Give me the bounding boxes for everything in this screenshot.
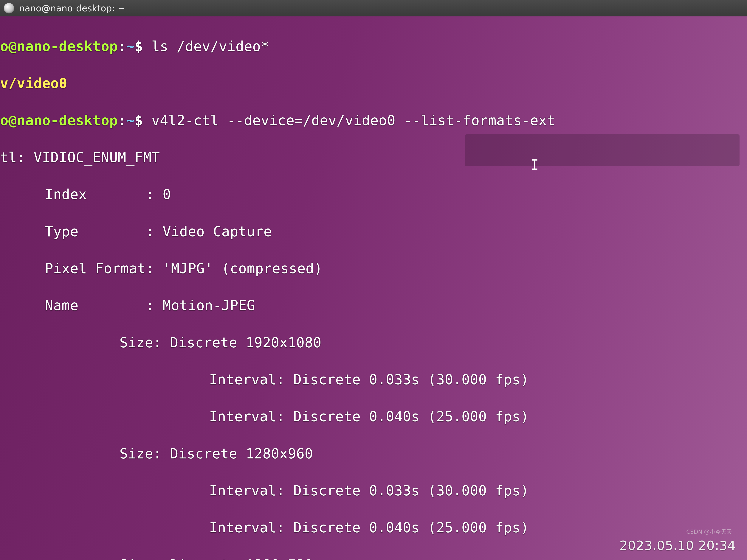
prompt-line-2: o@nano-desktop:~$ v4l2-ctl --device=/dev…: [0, 111, 747, 130]
prompt-dollar: $: [135, 38, 143, 54]
prompt-user-host: o@nano-desktop: [0, 112, 118, 128]
fmt0-name: Name : Motion-JPEG: [0, 296, 747, 315]
prompt-line-1: o@nano-desktop:~$ ls /dev/video*: [0, 37, 747, 56]
prompt-path: ~: [126, 38, 135, 54]
window-title: nano@nano-desktop: ~: [19, 3, 125, 14]
csdn-watermark: CSDN @小今天天: [686, 528, 732, 536]
ioctl-header: tl: VIDIOC_ENUM_FMT: [0, 148, 747, 167]
fmt0-size-1: Size: Discrete 1280x960: [0, 445, 747, 463]
prompt-path: ~: [126, 112, 135, 128]
terminal-output[interactable]: o@nano-desktop:~$ ls /dev/video* v/video…: [0, 19, 747, 560]
text-cursor-icon: I: [531, 157, 537, 172]
window-control-icon[interactable]: [4, 3, 14, 14]
command-ls: ls /dev/video*: [151, 38, 269, 54]
fmt0-type: Type : Video Capture: [0, 222, 747, 241]
prompt-sep: :: [118, 112, 126, 128]
camera-timestamp: 2023.05.10 20:34: [619, 538, 736, 553]
prompt-sep: :: [118, 38, 126, 54]
fmt0-size-0: Size: Discrete 1920x1080: [0, 334, 747, 352]
fmt0-index: Index : 0: [0, 185, 747, 204]
command-v4l2: v4l2-ctl --device=/dev/video0 --list-for…: [151, 112, 555, 128]
screen-photo: nano@nano-desktop: ~ o@nano-desktop:~$ l…: [0, 0, 747, 560]
window-titlebar[interactable]: nano@nano-desktop: ~: [0, 0, 747, 17]
fmt0-pixelformat: Pixel Format: 'MJPG' (compressed): [0, 259, 747, 278]
fmt0-size-0-iv-0: Interval: Discrete 0.033s (30.000 fps): [0, 370, 747, 389]
prompt-dollar: $: [135, 112, 143, 128]
fmt0-size-1-iv-0: Interval: Discrete 0.033s (30.000 fps): [0, 481, 747, 500]
fmt0-size-2: Size: Discrete 1280x720: [0, 556, 747, 560]
fmt0-size-0-iv-1: Interval: Discrete 0.040s (25.000 fps): [0, 407, 747, 426]
fmt0-size-1-iv-1: Interval: Discrete 0.040s (25.000 fps): [0, 518, 747, 537]
ls-output: v/video0: [0, 74, 747, 92]
prompt-user-host: o@nano-desktop: [0, 38, 118, 54]
